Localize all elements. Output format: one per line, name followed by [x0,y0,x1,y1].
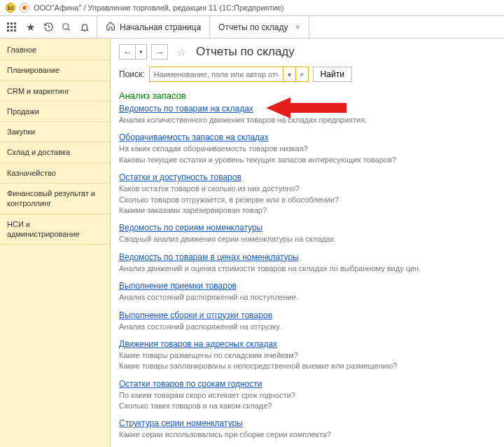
star-icon[interactable]: ★ [21,18,39,37]
page-title: Отчеты по складу [196,45,295,59]
report-description: Анализ состояний распоряжений на отгрузк… [119,322,497,332]
report-block: Выполнение приемки товаровАнализ состоян… [119,281,497,303]
window-title: ООО"Афина" / Управление торговлей, редак… [34,4,284,12]
svg-rect-4 [10,26,13,28]
report-link[interactable]: Структура серии номенклатуры [119,418,243,428]
sidebar-item-warehouse[interactable]: Склад и доставка [0,142,110,163]
section-title: Анализ запасов [119,90,497,101]
svg-line-10 [68,28,70,30]
bell-icon[interactable] [76,18,94,37]
svg-rect-7 [10,29,13,32]
apps-icon[interactable] [3,18,21,37]
report-block: Остатки и доступность товаровКаков остат… [119,172,497,216]
sidebar-item-sales[interactable]: Продажи [0,102,110,122]
sidebar-item-planning[interactable]: Планирование [0,60,110,81]
svg-rect-5 [14,26,16,28]
search-input[interactable] [150,67,283,81]
svg-rect-6 [7,29,9,32]
report-description: Анализ состояний распоряжений на поступл… [119,292,497,303]
tab-home-label: Начальная страница [120,22,201,32]
svg-rect-3 [7,26,9,28]
close-icon[interactable]: × [295,22,300,32]
forward-button[interactable]: → [151,44,168,60]
report-description: Какие товары размещены по складским ячей… [119,350,497,372]
report-link[interactable]: Движения товаров на адресных складах [119,339,277,349]
svg-rect-8 [14,29,16,32]
report-description: Анализ движений и оценка стоимости товар… [119,263,497,274]
tab-home[interactable]: Начальная страница [97,16,210,38]
tab-reports[interactable]: Отчеты по складу × [210,16,309,38]
search-label: Поиск: [119,69,145,79]
svg-rect-0 [7,22,9,25]
report-link[interactable]: Ведомость по сериям номенклатуры [119,223,262,233]
report-link[interactable]: Выполнение сборки и отгрузки товаров [119,310,272,320]
search-clear-icon[interactable]: × [295,67,308,81]
sidebar-item-main[interactable]: Главное [0,40,110,60]
sidebar-item-treasury[interactable]: Казначейство [0,163,110,184]
report-link[interactable]: Остатки и доступность товаров [119,172,241,182]
back-button[interactable]: ← [119,44,136,60]
sidebar-item-purchasing[interactable]: Закупки [0,122,110,142]
svg-rect-2 [14,22,16,25]
toolbar-icons: ★ [0,16,97,38]
report-block: Выполнение сборки и отгрузки товаровАнал… [119,310,497,332]
app-status-icon [20,3,29,13]
report-description: На каких складах оборачиваемость товаров… [119,144,497,165]
search-box: ▾ × [149,67,309,82]
report-link[interactable]: Ведомость по товарам на складах [119,104,253,114]
report-block: Ведомость по товарам на складахАнализ ко… [119,104,497,125]
window-titlebar: 1c ООО"Афина" / Управление торговлей, ре… [0,0,504,16]
search-dropdown-icon[interactable]: ▾ [283,67,295,81]
report-description: Сводный анализ движения серии номенклату… [119,234,497,245]
search-icon[interactable] [57,18,76,37]
report-block: Оборачиваемость запасов на складахНа как… [119,132,497,165]
report-block: Ведомость по сериям номенклатурыСводный … [119,223,497,245]
sidebar: Главное Планирование CRM и маркетинг Про… [0,39,111,447]
report-description: По каким товарам скоро истекает срок год… [119,390,497,412]
report-block: Остатки товаров по срокам годностиПо как… [119,379,497,412]
top-toolbar: ★ Начальная страница Отчеты по складу × [0,16,504,39]
sidebar-item-nsi[interactable]: НСИ и администрирование [0,214,110,245]
report-link[interactable]: Ведомость по товарам в ценах номенклатур… [119,252,299,262]
report-block: Движения товаров на адресных складахКаки… [119,339,497,372]
sidebar-item-crm[interactable]: CRM и маркетинг [0,81,110,102]
report-block: Структура серии номенклатурыКакие серии … [119,418,497,440]
sidebar-item-finresult[interactable]: Финансовый результат и контроллинг [0,184,110,214]
tab-reports-label: Отчеты по складу [218,22,288,32]
home-icon [106,21,115,33]
report-link[interactable]: Остатки товаров по срокам годности [119,379,262,389]
app-1c-icon: 1c [6,3,15,13]
back-dropdown[interactable]: ▾ [136,44,147,60]
report-link[interactable]: Выполнение приемки товаров [119,281,237,291]
report-link[interactable]: Оборачиваемость запасов на складах [119,132,269,142]
report-description: Каков остаток товаров и сколько из них д… [119,184,497,216]
report-description: Какие серии использовались при сборке се… [119,429,497,440]
content-area: ← ▾ → ☆ Отчеты по складу Поиск: ▾ × Найт… [111,39,504,447]
history-icon[interactable] [39,18,57,37]
report-description: Анализ количественного движения товаров … [119,115,497,125]
report-block: Ведомость по товарам в ценах номенклатур… [119,252,497,274]
favorite-icon[interactable]: ☆ [176,46,186,59]
find-button[interactable]: Найти [313,67,352,82]
svg-point-9 [63,23,69,29]
svg-rect-1 [10,22,13,25]
